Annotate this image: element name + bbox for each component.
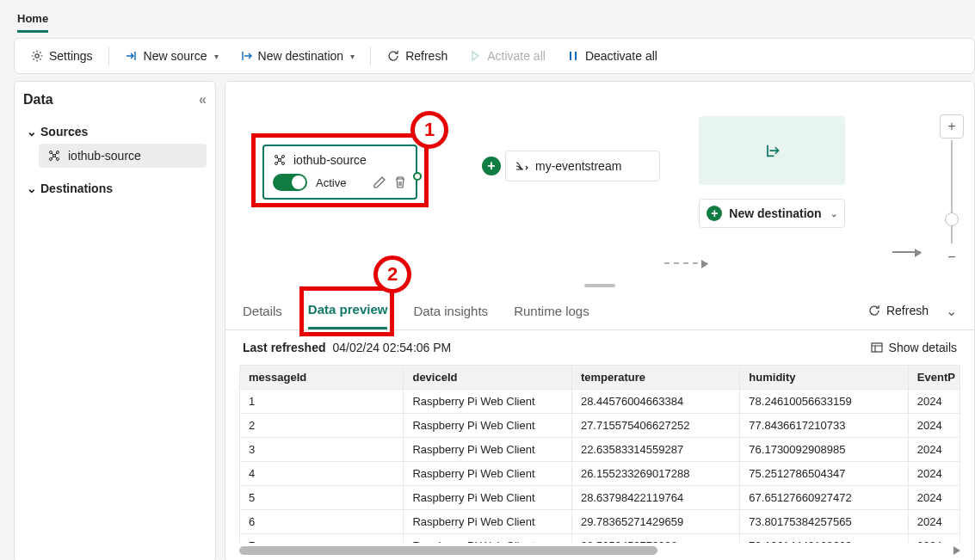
active-toggle[interactable]: [273, 174, 307, 191]
th-deviceId[interactable]: deviceId: [404, 366, 571, 390]
table-cell: 28.44576004663384: [571, 390, 739, 414]
zoom-slider[interactable]: [951, 140, 953, 243]
edge-arrow: [892, 251, 921, 253]
new-destination-button[interactable]: New destination ▾: [231, 44, 364, 68]
node-eventstream[interactable]: my-eventstream: [505, 151, 660, 182]
details-icon: [870, 341, 884, 354]
tab-home[interactable]: Home: [17, 7, 48, 33]
table-cell: 28.63798422119764: [571, 486, 739, 510]
table-cell: 22.63583314559287: [571, 438, 739, 462]
destination-placeholder[interactable]: [699, 116, 845, 185]
table-cell: 28.5259450773908: [571, 534, 739, 544]
table-row[interactable]: 4Raspberry Pi Web Client26.1552332690172…: [240, 462, 960, 486]
chevron-down-icon: ▾: [214, 52, 219, 61]
source-item-iothub[interactable]: iothub-source: [39, 144, 207, 168]
table-row[interactable]: 6Raspberry Pi Web Client29.7836527142965…: [240, 510, 960, 534]
settings-button[interactable]: Settings: [22, 44, 102, 68]
zoom-in-button[interactable]: +: [940, 114, 964, 138]
destinations-tree-header[interactable]: ⌄ Destinations: [23, 176, 207, 200]
th-humidity[interactable]: humidity: [740, 366, 908, 390]
expand-chevron-icon[interactable]: ⌄: [946, 303, 957, 319]
refresh-button[interactable]: Refresh: [378, 44, 456, 68]
collapse-sidebar-icon[interactable]: «: [199, 92, 207, 108]
edit-icon[interactable]: [373, 175, 386, 189]
node-eventstream-label: my-eventstream: [535, 159, 621, 173]
tab-data-insights[interactable]: Data insights: [413, 293, 488, 329]
annotation-badge-2: 2: [373, 255, 411, 293]
data-preview-table: messageId deviceId temperature humidity …: [239, 365, 960, 543]
table-cell: Raspberry Pi Web Client: [404, 390, 571, 414]
destinations-label: Destinations: [40, 182, 113, 195]
table-cell: 3: [240, 438, 404, 462]
table-row[interactable]: 7Raspberry Pi Web Client28.5259450773908…: [240, 534, 960, 544]
table-cell: 2024: [908, 462, 960, 486]
node-source-title-text: iothub-source: [293, 153, 367, 167]
table-cell: 2: [240, 414, 404, 438]
show-details-button[interactable]: Show details: [870, 341, 957, 354]
table-row[interactable]: 3Raspberry Pi Web Client22.6358331455928…: [240, 438, 960, 462]
table-cell: Raspberry Pi Web Client: [404, 438, 571, 462]
export-icon: [763, 142, 781, 159]
plus-icon: +: [707, 206, 722, 221]
new-source-button[interactable]: New source ▾: [116, 44, 227, 68]
iot-icon: [273, 153, 287, 167]
settings-label: Settings: [49, 49, 93, 63]
zoom-out-button[interactable]: −: [940, 245, 964, 269]
new-destination-node-button[interactable]: + New destination ⌄: [699, 199, 845, 228]
tab-runtime-logs[interactable]: Runtime logs: [514, 293, 589, 329]
table-cell: 1: [240, 390, 404, 414]
panel-refresh-label: Refresh: [886, 304, 929, 317]
table-cell: 26.155233269017288: [571, 462, 739, 486]
trash-icon[interactable]: [393, 175, 407, 189]
add-node-button[interactable]: +: [482, 157, 501, 175]
table-cell: Raspberry Pi Web Client: [404, 486, 571, 510]
data-preview-table-wrap[interactable]: messageId deviceId temperature humidity …: [225, 365, 974, 543]
activate-all-button[interactable]: Activate all: [460, 44, 554, 68]
panel-drag-handle[interactable]: [225, 280, 974, 292]
svg-rect-11: [872, 343, 882, 352]
horizontal-scrollbar[interactable]: [239, 545, 960, 557]
table-cell: 77.8436617210733: [740, 414, 908, 438]
chevron-down-icon: ⌄: [830, 209, 837, 218]
eventstream-canvas[interactable]: iothub-source Active 1: [225, 82, 974, 280]
table-cell: 27.715575406627252: [571, 414, 739, 438]
panel-refresh-button[interactable]: Refresh: [862, 300, 934, 321]
refresh-icon: [386, 49, 400, 63]
sources-label: Sources: [40, 125, 88, 138]
edge-arrow: [664, 262, 707, 264]
tab-data-preview[interactable]: Data preview: [308, 292, 388, 329]
arrow-in-icon: [125, 49, 139, 63]
table-cell: 2024: [908, 510, 960, 534]
table-cell: 5: [240, 486, 404, 510]
separator: [370, 46, 371, 65]
th-temperature[interactable]: temperature: [571, 366, 739, 390]
iot-icon: [47, 149, 61, 163]
play-icon: [468, 49, 482, 63]
table-cell: 6: [240, 510, 404, 534]
tab-details[interactable]: Details: [243, 293, 282, 329]
node-source-iothub[interactable]: iothub-source Active: [262, 145, 417, 200]
table-row[interactable]: 5Raspberry Pi Web Client28.6379842211976…: [240, 486, 960, 510]
source-item-label: iothub-source: [68, 149, 141, 163]
deactivate-all-button[interactable]: Deactivate all: [558, 44, 666, 68]
last-refreshed-time: 04/02/24 02:54:06 PM: [332, 341, 451, 354]
eventstream-icon: [515, 159, 528, 173]
table-cell: 67.65127660927472: [740, 486, 908, 510]
last-refreshed-label: Last refreshed: [243, 341, 325, 354]
annotation-badge-1: 1: [410, 111, 448, 149]
table-row[interactable]: 1Raspberry Pi Web Client28.4457600466338…: [240, 390, 960, 414]
th-messageId[interactable]: messageId: [240, 366, 404, 390]
new-source-label: New source: [144, 49, 207, 63]
th-event[interactable]: EventP: [908, 366, 960, 390]
node-output-port[interactable]: [413, 172, 422, 181]
sources-tree-header[interactable]: ⌄ Sources: [23, 120, 207, 144]
show-details-label: Show details: [889, 341, 957, 354]
table-cell: 73.80175384257565: [740, 510, 908, 534]
deactivate-all-label: Deactivate all: [585, 49, 657, 63]
table-row[interactable]: 2Raspberry Pi Web Client27.7155754066272…: [240, 414, 960, 438]
gear-icon: [30, 49, 44, 63]
table-cell: Raspberry Pi Web Client: [404, 510, 571, 534]
pause-icon: [566, 49, 580, 63]
table-cell: Raspberry Pi Web Client: [404, 462, 571, 486]
sidebar-title: Data: [23, 92, 53, 108]
